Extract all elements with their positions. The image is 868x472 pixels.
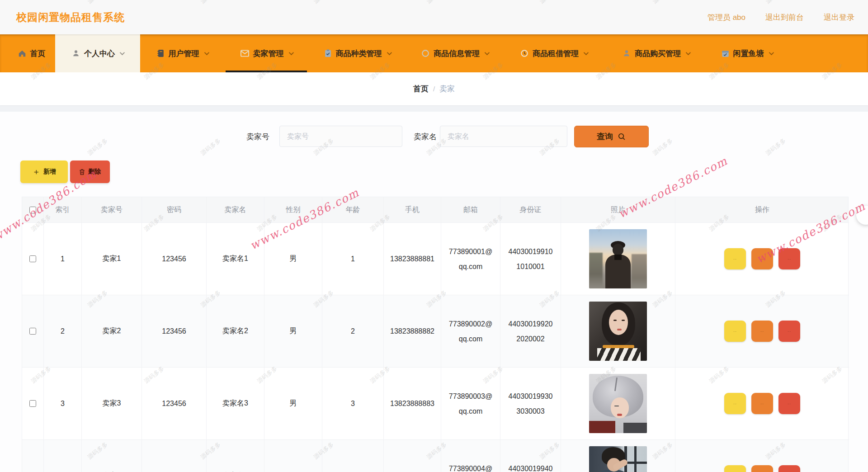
seller-photo	[589, 446, 647, 472]
col-age: 年龄	[322, 197, 384, 223]
logout-link[interactable]: 退出登录	[824, 12, 854, 23]
watermark-text: 源码多多	[86, 137, 109, 157]
breadcrumb-separator: /	[433, 85, 435, 93]
table-row: 1 卖家1 123456 卖家名1 男 1 13823888881 773890…	[22, 223, 848, 295]
seller-name-input[interactable]	[440, 126, 567, 147]
chevron-down-icon	[485, 50, 490, 55]
floating-button[interactable]	[856, 206, 868, 225]
admin-page: 校园闲置物品租售系统 管理员 abo 退出到前台 退出登录 首页 个人中心 用户…	[0, 0, 868, 472]
watermark-text: 源码多多	[651, 137, 675, 157]
delete-row-button[interactable]: ··	[778, 465, 800, 472]
select-all-checkbox[interactable]	[29, 207, 36, 213]
edit-button[interactable]: ··	[751, 465, 773, 472]
col-phone: 手机	[384, 197, 441, 223]
table-row: 4 卖家4 123456 卖家名4 男 4 13823888884 773890…	[22, 440, 848, 472]
top-header: 校园闲置物品租售系统 管理员 abo 退出到前台 退出登录	[0, 0, 868, 34]
nav-item-personal-center[interactable]: 个人中心	[55, 34, 140, 72]
col-id-card: 身份证	[500, 197, 561, 223]
user-icon	[72, 49, 80, 57]
chevron-down-icon	[288, 50, 293, 55]
col-password: 密码	[142, 197, 207, 223]
chevron-down-icon	[584, 50, 589, 55]
calendar-icon	[722, 50, 729, 57]
watermark-text: 源码多多	[199, 137, 222, 157]
app-title: 校园闲置物品租售系统	[16, 10, 125, 24]
col-gender: 性别	[264, 197, 322, 223]
clipboard-icon	[324, 49, 332, 57]
nav-item-purchase-management[interactable]: 商品购买管理	[604, 34, 708, 72]
nav-item-category-management[interactable]: 商品种类管理	[308, 34, 406, 72]
nav-item-rental-management[interactable]: 商品租借管理	[504, 34, 604, 72]
plus-icon: ＋	[32, 166, 40, 177]
nav-item-goods-info-management[interactable]: 商品信息管理	[406, 34, 504, 72]
seller-no-label: 卖家号	[246, 132, 269, 142]
row-checkbox[interactable]	[29, 255, 36, 262]
delete-row-button[interactable]: ··	[778, 321, 800, 342]
breadcrumb-home[interactable]: 首页	[413, 84, 429, 94]
chevron-down-icon	[769, 50, 774, 55]
chevron-down-icon	[387, 50, 392, 55]
exit-to-front-link[interactable]: 退出到前台	[765, 12, 804, 23]
clock-icon	[520, 49, 528, 57]
row-checkbox[interactable]	[29, 328, 36, 335]
row-checkbox[interactable]	[29, 400, 36, 407]
watermark-text: 源码多多	[764, 137, 788, 157]
col-seller-no: 卖家号	[82, 197, 142, 223]
edit-button[interactable]: ··	[751, 393, 773, 414]
delete-row-button[interactable]: ··	[778, 248, 800, 269]
seller-no-input[interactable]	[279, 126, 402, 147]
chevron-down-icon	[204, 50, 209, 55]
trash-icon	[79, 169, 85, 175]
chevron-down-icon	[686, 50, 691, 55]
breadcrumb: 首页 / 卖家	[0, 72, 868, 105]
nav-item-home[interactable]: 首页	[8, 34, 55, 72]
seller-photo	[589, 229, 647, 288]
delete-row-button[interactable]: ··	[778, 393, 800, 414]
seller-name-label: 卖家名	[414, 132, 437, 142]
sellers-table: 索引 卖家号 密码 卖家名 性别 年龄 手机 邮箱 身份证 照片 操作 1 卖家…	[22, 197, 849, 472]
add-button[interactable]: ＋ 新增	[20, 160, 68, 183]
col-email: 邮箱	[441, 197, 500, 223]
notebook-icon	[157, 49, 165, 57]
chevron-down-icon	[120, 50, 125, 55]
view-button[interactable]: ··	[724, 393, 746, 414]
ring-icon	[421, 49, 429, 57]
edit-button[interactable]: ··	[751, 321, 773, 342]
divider	[0, 105, 868, 112]
search-icon	[618, 132, 626, 141]
col-index: 索引	[44, 197, 82, 223]
view-button[interactable]: ··	[724, 248, 746, 269]
seller-photo	[589, 302, 647, 361]
col-actions: 操作	[675, 197, 849, 223]
query-button[interactable]: 查询	[574, 126, 649, 147]
mail-icon	[241, 50, 249, 57]
edit-button[interactable]: ··	[751, 248, 773, 269]
table-row: 3 卖家3 123456 卖家名3 男 3 13823888883 773890…	[22, 368, 848, 440]
table-header-row: 索引 卖家号 密码 卖家名 性别 年龄 手机 邮箱 身份证 照片 操作	[22, 197, 848, 223]
nav-item-user-management[interactable]: 用户管理	[140, 34, 224, 72]
admin-user-link[interactable]: 管理员 abo	[708, 12, 745, 23]
col-seller-name: 卖家名	[207, 197, 264, 223]
view-button[interactable]: ··	[724, 321, 746, 342]
nav-item-seller-management[interactable]: 卖家管理	[224, 34, 308, 72]
main-nav: 首页 个人中心 用户管理 卖家管理 商品种类管理 商品信息管理	[0, 34, 868, 72]
delete-button[interactable]: 删除	[70, 160, 110, 183]
breadcrumb-current: 卖家	[439, 84, 455, 94]
home-icon	[18, 49, 26, 57]
nav-item-idle-pond[interactable]: 闲置鱼塘	[708, 34, 786, 72]
table-row: 2 卖家2 123456 卖家名2 男 2 13823888882 773890…	[22, 295, 848, 368]
col-photo: 照片	[561, 197, 675, 223]
seller-photo	[589, 374, 647, 433]
view-button[interactable]: ··	[724, 465, 746, 472]
buyer-icon	[623, 49, 631, 57]
